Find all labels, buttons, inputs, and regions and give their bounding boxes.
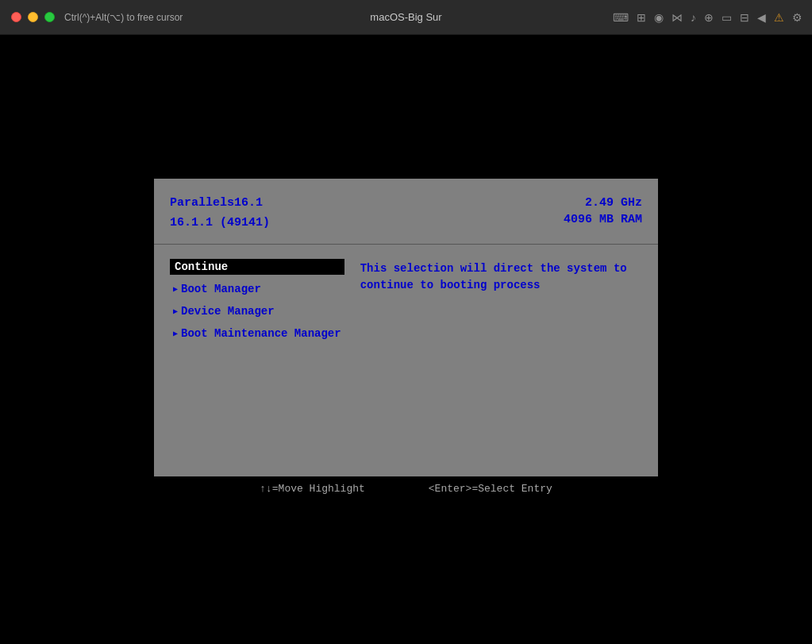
menu-item-boot-manager[interactable]: ▶ Boot Manager <box>170 281 344 297</box>
main-area: Parallels16.1 16.1.1 (49141) 2.49 GHz 40… <box>0 35 812 644</box>
menu-item-boot-maintenance[interactable]: ▶ Boot Maintenance Manager <box>170 326 344 341</box>
arrow-icon-maintenance: ▶ <box>173 329 178 338</box>
usb-icon[interactable]: ⋈ <box>672 11 683 24</box>
arrow-icon[interactable]: ◀ <box>757 11 766 24</box>
titlebar-icons: ⌨ ⊞ ◉ ⋈ ♪ ⊕ ▭ ⊟ ◀ ⚠ ⚙ <box>613 11 812 24</box>
cpu-info: 2.49 GHz <box>564 196 642 210</box>
uefi-divider <box>154 244 658 245</box>
boot-maintenance-label: Boot Maintenance Manager <box>181 327 341 340</box>
audio-icon[interactable]: ♪ <box>691 11 696 24</box>
uefi-menu: Continue ▶ Boot Manager ▶ Device Manager… <box>170 259 344 469</box>
titlebar: Ctrl(^)+Alt(⌥) to free cursor macOS-Big … <box>0 0 812 35</box>
uefi-body: Continue ▶ Boot Manager ▶ Device Manager… <box>154 251 658 476</box>
screen-icon[interactable]: ⊟ <box>740 11 749 24</box>
uefi-right-info: 2.49 GHz 4096 MB RAM <box>564 196 642 226</box>
app-name: Parallels16.1 <box>170 196 270 210</box>
maximize-button[interactable] <box>44 12 55 22</box>
uefi-panel: Parallels16.1 16.1.1 (49141) 2.49 GHz 40… <box>154 179 658 476</box>
mic-icon[interactable]: ⊕ <box>704 11 714 24</box>
status-bar: ↑↓=Move Highlight <Enter>=Select Entry <box>154 476 658 501</box>
close-button[interactable] <box>11 12 21 22</box>
tablet-icon[interactable]: ▭ <box>722 11 732 24</box>
move-hint: ↑↓=Move Highlight <box>260 483 365 495</box>
boot-manager-label: Boot Manager <box>181 283 261 295</box>
minimize-button[interactable] <box>28 12 38 22</box>
warning-icon[interactable]: ⚠ <box>774 11 784 24</box>
keyboard-icon[interactable]: ⌨ <box>613 11 629 24</box>
settings-icon[interactable]: ⚙ <box>792 11 802 24</box>
ram-info: 4096 MB RAM <box>564 213 642 226</box>
app-version: 16.1.1 (49141) <box>170 216 270 229</box>
arrow-icon-device: ▶ <box>173 307 178 316</box>
camera-icon[interactable]: ◉ <box>654 11 664 24</box>
uefi-left-info: Parallels16.1 16.1.1 (49141) <box>170 196 270 229</box>
arrow-icon-boot: ▶ <box>173 284 178 294</box>
cursor-hint: Ctrl(^)+Alt(⌥) to free cursor <box>55 12 183 23</box>
wifi-icon[interactable]: ⊞ <box>637 11 646 24</box>
menu-item-continue[interactable]: Continue <box>170 259 344 275</box>
window-title: macOS-Big Sur <box>370 11 441 23</box>
menu-item-device-manager[interactable]: ▶ Device Manager <box>170 303 344 319</box>
uefi-description: This selection will direct the system to… <box>360 259 642 469</box>
select-hint: <Enter>=Select Entry <box>429 483 552 495</box>
traffic-lights <box>0 12 55 22</box>
device-manager-label: Device Manager <box>181 305 275 318</box>
uefi-header: Parallels16.1 16.1.1 (49141) 2.49 GHz 40… <box>154 179 658 237</box>
